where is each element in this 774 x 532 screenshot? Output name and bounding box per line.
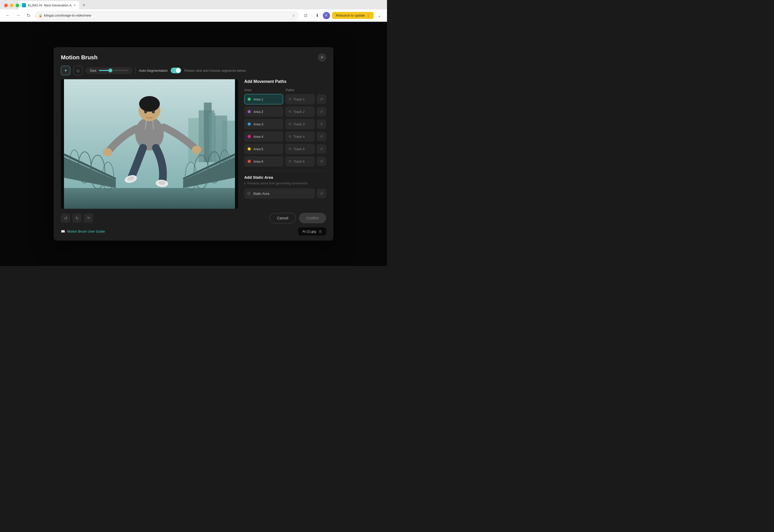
area-6-button[interactable]: Area 6 xyxy=(244,156,283,167)
close-modal-button[interactable]: × xyxy=(318,53,326,62)
static-area-button[interactable]: Static Area xyxy=(244,188,315,199)
reset-3-button[interactable]: ↺ xyxy=(317,119,326,129)
tab-close-button[interactable]: × xyxy=(74,3,76,7)
profile-avatar[interactable]: K xyxy=(323,12,330,19)
reset-4-icon: ↺ xyxy=(320,134,323,139)
area-5-dot xyxy=(248,147,251,150)
book-icon: 📖 xyxy=(61,229,65,233)
reset-4-button[interactable]: ↺ xyxy=(317,132,326,141)
reset-2-button[interactable]: ↺ xyxy=(317,107,326,116)
redo2-button[interactable]: ↷ xyxy=(84,213,93,223)
window-control-minimize[interactable] xyxy=(10,4,13,7)
security-icon: 🔒 xyxy=(39,14,42,17)
size-slider[interactable] xyxy=(99,70,128,71)
area-1-dot xyxy=(248,98,251,101)
svg-point-30 xyxy=(192,146,201,154)
reset-3-icon: ↺ xyxy=(320,122,323,126)
canvas-image xyxy=(61,79,238,209)
col-area-header: Area xyxy=(244,88,286,92)
undo-redo-group: ↺ ↻ ↷ xyxy=(61,213,93,223)
download-icon[interactable]: ⬇ xyxy=(313,12,321,19)
area-row-2: Area 2 ⟲ Track 2 ↺ xyxy=(244,106,326,117)
area-5-button[interactable]: Area 5 xyxy=(244,144,283,154)
relaunch-button[interactable]: Relaunch to update ⋮ xyxy=(332,12,374,19)
filename-bar: AI (1).jpg 🗑 xyxy=(298,227,326,235)
auto-seg-hint: Please click and choose segments below xyxy=(184,69,246,73)
static-reset-button[interactable]: ↺ xyxy=(317,189,326,198)
track-2-label: Track 2 xyxy=(293,110,305,114)
svg-point-25 xyxy=(144,110,147,113)
reset-6-icon: ↺ xyxy=(320,159,323,163)
nav-forward-button[interactable]: → xyxy=(15,12,22,19)
address-bar[interactable]: 🔒 klingai.com/image-to-video/new ☆ xyxy=(35,11,299,20)
reset-6-button[interactable]: ↺ xyxy=(317,157,326,166)
nav-refresh-button[interactable]: ↻ xyxy=(25,12,32,19)
auto-seg-label: Auto-Segmentation xyxy=(139,69,168,73)
confirm-button[interactable]: Confirm xyxy=(299,213,326,223)
window-control-close[interactable] xyxy=(4,4,8,7)
area-row-4: Area 4 ⟲ Track 4 ↺ xyxy=(244,131,326,142)
track-1-icon: ⟲ xyxy=(288,97,291,101)
canvas-area[interactable] xyxy=(61,79,238,209)
relaunch-label: Relaunch to update xyxy=(336,13,365,17)
redo-button[interactable]: ↻ xyxy=(72,213,82,223)
track-6-label: Track 6 xyxy=(293,160,305,163)
track-2-icon: ⟲ xyxy=(288,110,291,114)
url-text: klingai.com/image-to-video/new xyxy=(44,13,292,17)
track-3-label: Track 3 xyxy=(293,122,305,126)
track-6-icon: ⟲ xyxy=(288,159,291,163)
right-panel: Add Movement Paths Area Paths Area 1 ⟲ T… xyxy=(238,79,326,209)
tab-favicon xyxy=(22,3,26,7)
delete-file-icon[interactable]: 🗑 xyxy=(319,229,322,233)
track-3-icon: ⟲ xyxy=(288,122,291,126)
track-5-button[interactable]: ⟲ Track 5 xyxy=(285,144,315,154)
reset-5-icon: ↺ xyxy=(320,147,323,151)
active-tab[interactable]: KLING AI: Next-Generation A × xyxy=(19,1,79,9)
track-2-button[interactable]: ⟲ Track 2 xyxy=(285,106,315,117)
area-1-button[interactable]: Area 1 xyxy=(244,94,283,104)
area-4-button[interactable]: Area 4 xyxy=(244,131,283,142)
nav-back-button[interactable]: ← xyxy=(4,12,11,19)
reset-5-button[interactable]: ↺ xyxy=(317,144,326,154)
user-guide-link[interactable]: 📖 Motion Brush User Guide xyxy=(61,229,105,233)
new-tab-button[interactable]: + xyxy=(80,1,88,9)
area-3-button[interactable]: Area 3 xyxy=(244,119,283,129)
footer-actions: Cancel Confirm xyxy=(269,213,326,223)
area-3-dot xyxy=(248,123,251,126)
area-4-dot xyxy=(248,135,251,138)
track-1-button[interactable]: ⟲ Track 1 xyxy=(285,94,315,104)
track-4-button[interactable]: ⟲ Track 4 xyxy=(285,131,315,142)
track-5-label: Track 5 xyxy=(293,147,305,151)
filename-text: AI (1).jpg xyxy=(302,229,316,233)
cancel-button[interactable]: Cancel xyxy=(269,213,296,223)
eraser-icon: ◇ xyxy=(76,68,80,73)
static-dot xyxy=(247,192,250,195)
static-area-label: Static Area xyxy=(253,192,269,196)
area-1-label: Area 1 xyxy=(253,97,263,101)
extension-icon[interactable]: ⊡ xyxy=(302,12,309,19)
track-4-label: Track 4 xyxy=(293,135,305,139)
undo-button[interactable]: ↺ xyxy=(61,213,70,223)
eraser-tool-button[interactable]: ◇ xyxy=(73,66,83,75)
brush-icon: ✦ xyxy=(64,68,67,73)
track-6-button[interactable]: ⟲ Track 6 xyxy=(285,156,315,167)
auto-seg-toggle[interactable] xyxy=(171,68,181,73)
chevron-down-icon[interactable]: ⌄ xyxy=(376,12,383,19)
area-2-button[interactable]: Area 2 xyxy=(244,106,283,117)
add-movement-title: Add Movement Paths xyxy=(244,79,326,84)
relaunch-dots-icon: ⋮ xyxy=(367,13,370,17)
static-reset-icon: ↺ xyxy=(320,191,323,196)
area-4-label: Area 4 xyxy=(253,135,263,139)
track-3-button[interactable]: ⟲ Track 3 xyxy=(285,119,315,129)
size-label: Size xyxy=(90,69,96,73)
window-control-maximize[interactable] xyxy=(16,4,19,7)
track-5-icon: ⟲ xyxy=(288,147,291,151)
modal-title: Motion Brush xyxy=(61,54,98,61)
reset-1-button[interactable]: ↺ xyxy=(317,95,326,104)
size-control: Size xyxy=(86,67,132,74)
svg-point-29 xyxy=(103,148,112,156)
area-6-dot xyxy=(248,160,251,163)
static-area-title: Add Static Area xyxy=(244,175,326,179)
area-row-1: Area 1 ⟲ Track 1 ↺ xyxy=(244,94,326,104)
brush-tool-button[interactable]: ✦ xyxy=(61,66,70,75)
